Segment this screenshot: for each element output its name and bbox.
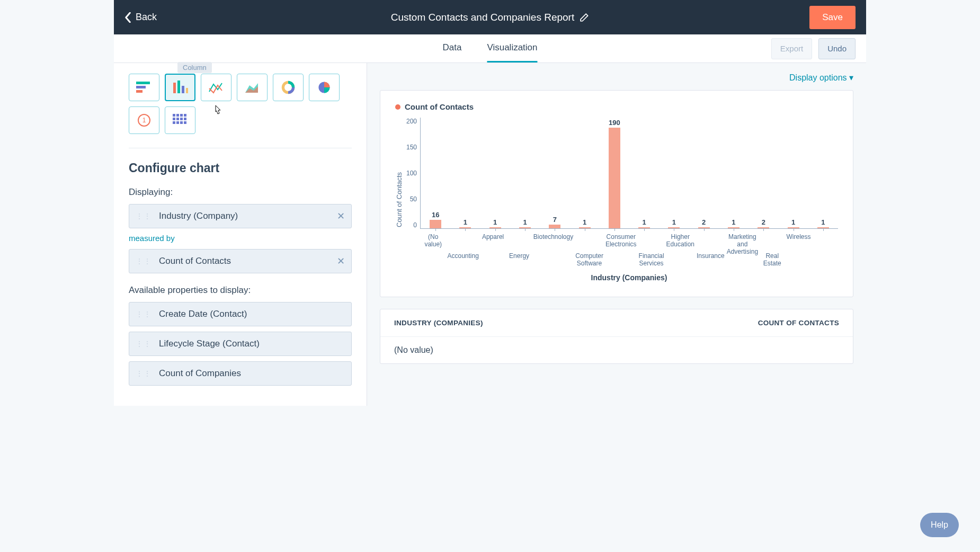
svg-rect-11 — [173, 114, 175, 117]
x-axis-label — [812, 233, 838, 267]
tab-visualization[interactable]: Visualization — [487, 34, 537, 63]
available-chip[interactable]: ⋮⋮Lifecycle Stage (Contact) — [129, 332, 352, 356]
chart-legend: Count of Contacts — [395, 102, 838, 111]
x-axis-label: Financial Services — [638, 233, 665, 267]
displaying-chip-label: Industry (Company) — [159, 211, 337, 221]
x-axis-label: Biotechnology — [532, 233, 574, 267]
table-header-industry: INDUSTRY (COMPANIES) — [394, 319, 483, 327]
chart-type-area[interactable] — [237, 74, 268, 101]
legend-label: Count of Contacts — [405, 102, 474, 111]
displaying-label: Displaying: — [129, 187, 352, 198]
x-axis-label: Insurance — [696, 233, 726, 267]
pencil-icon[interactable] — [580, 13, 589, 22]
displaying-chip[interactable]: ⋮⋮ Industry (Company) ✕ — [129, 204, 352, 228]
svg-rect-5 — [182, 86, 184, 93]
chart-plot: 16111711901121211 — [420, 118, 838, 229]
x-axis-label: Consumer Electronics — [604, 233, 638, 267]
x-axis-label: Real Estate — [759, 233, 785, 267]
available-chip-label: Lifecycle Stage (Contact) — [159, 339, 345, 349]
svg-rect-3 — [173, 83, 176, 93]
back-label: Back — [136, 12, 157, 23]
available-label: Available properties to display: — [129, 285, 352, 296]
svg-rect-13 — [180, 114, 183, 117]
drag-handle-icon[interactable]: ⋮⋮ — [136, 257, 152, 265]
svg-rect-1 — [136, 86, 146, 88]
y-axis-title: Count of Contacts — [395, 118, 403, 282]
bar: 1 — [629, 118, 659, 228]
table-header-count: COUNT OF CONTACTS — [758, 319, 839, 327]
chart-type-line[interactable] — [201, 74, 231, 101]
data-table: INDUSTRY (COMPANIES) COUNT OF CONTACTS (… — [380, 309, 853, 364]
drag-handle-icon[interactable]: ⋮⋮ — [136, 310, 152, 318]
bar: 190 — [600, 118, 629, 228]
configure-heading: Configure chart — [129, 161, 352, 175]
chart-type-bar-horizontal[interactable] — [129, 74, 159, 101]
x-axis-label: Accounting — [447, 233, 480, 267]
bar: 1 — [510, 118, 540, 228]
bar: 1 — [659, 118, 689, 228]
drag-handle-icon[interactable]: ⋮⋮ — [136, 212, 152, 220]
measured-by-chip[interactable]: ⋮⋮ Count of Contacts ✕ — [129, 249, 352, 273]
save-button[interactable]: Save — [809, 6, 856, 29]
divider — [129, 148, 352, 148]
page-title: Custom Contacts and Companies Report — [391, 12, 574, 23]
bar: 1 — [778, 118, 808, 228]
bar: 16 — [421, 118, 450, 228]
drag-handle-icon[interactable]: ⋮⋮ — [136, 340, 152, 348]
available-chip[interactable]: ⋮⋮Count of Companies — [129, 361, 352, 386]
main-panel: Display options ▾ Count of Contacts Coun… — [367, 63, 866, 406]
x-axis-label: Marketing and Advertising — [726, 233, 759, 267]
chart-type-table[interactable] — [165, 106, 195, 134]
available-chip[interactable]: ⋮⋮Create Date (Contact) — [129, 302, 352, 326]
bar: 1 — [480, 118, 510, 228]
undo-button[interactable]: Undo — [818, 38, 856, 59]
bar: 1 — [569, 118, 599, 228]
bar: 1 — [450, 118, 480, 228]
drag-handle-icon[interactable]: ⋮⋮ — [136, 369, 152, 378]
tab-data[interactable]: Data — [442, 34, 461, 63]
bar: 1 — [719, 118, 749, 228]
table-icon — [173, 114, 188, 127]
bar-vertical-icon — [172, 81, 188, 94]
measured-by-chip-label: Count of Contacts — [159, 256, 337, 266]
chart-type-bar-vertical[interactable] — [165, 74, 195, 101]
svg-rect-6 — [186, 88, 188, 93]
svg-rect-18 — [184, 118, 186, 120]
svg-rect-0 — [136, 82, 150, 84]
available-chip-label: Count of Companies — [159, 368, 345, 379]
bar: 2 — [749, 118, 778, 228]
svg-rect-17 — [180, 118, 183, 120]
svg-rect-20 — [176, 121, 179, 124]
remove-icon[interactable]: ✕ — [337, 210, 345, 222]
svg-rect-19 — [173, 121, 175, 124]
chart-type-pie[interactable] — [309, 74, 340, 101]
svg-rect-12 — [176, 114, 179, 117]
pie-icon — [317, 81, 331, 94]
chart-type-tooltip: Column — [177, 62, 212, 73]
svg-rect-15 — [173, 118, 175, 120]
area-icon — [244, 81, 260, 94]
svg-rect-2 — [136, 90, 142, 93]
y-axis-ticks: 200150100500 — [406, 118, 420, 229]
export-button[interactable]: Export — [771, 38, 812, 59]
caret-down-icon: ▾ — [849, 73, 853, 82]
available-chip-label: Create Date (Contact) — [159, 309, 345, 319]
remove-icon[interactable]: ✕ — [337, 255, 345, 267]
tab-row: Data Visualization Export Undo — [114, 34, 866, 63]
chart-card: Count of Contacts Count of Contacts 2001… — [380, 90, 853, 297]
top-bar: Back Custom Contacts and Companies Repor… — [114, 0, 866, 34]
display-options-dropdown[interactable]: Display options ▾ — [380, 73, 853, 83]
chart-type-kpi[interactable]: 1 — [129, 106, 159, 134]
bar-horizontal-icon — [136, 81, 152, 94]
chart-type-donut[interactable] — [273, 74, 304, 101]
bar: 7 — [540, 118, 569, 228]
kpi-icon: 1 — [137, 113, 151, 127]
svg-text:1: 1 — [142, 117, 146, 124]
table-row[interactable]: (No value) — [380, 336, 853, 363]
back-button[interactable]: Back — [124, 12, 157, 23]
chart-type-picker: Column — [129, 74, 352, 134]
svg-rect-16 — [176, 118, 179, 120]
legend-dot-icon — [395, 104, 400, 110]
line-icon — [208, 81, 224, 94]
sidebar: Column — [114, 63, 367, 406]
